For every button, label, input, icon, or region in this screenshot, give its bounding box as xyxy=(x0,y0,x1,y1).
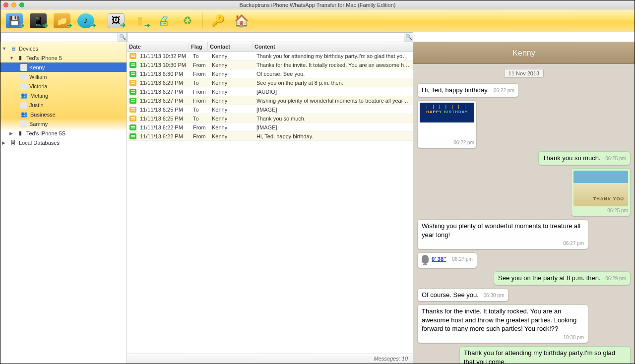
message-direction-icon xyxy=(129,98,136,104)
cell-flag: To xyxy=(191,107,210,113)
cell-flag: To xyxy=(191,53,210,59)
header-contact[interactable]: Contact xyxy=(208,42,253,51)
chat-bubble-incoming-audio[interactable]: 0' 38" 06:27 pm xyxy=(417,252,477,269)
audio-duration-link[interactable]: 0' 38" xyxy=(432,255,446,263)
search-row: 🔍 🔍 xyxy=(0,32,635,42)
cell-date: 11/11/13 6:29 PM xyxy=(138,80,191,86)
list-row[interactable]: 11/11/13 6:25 PMToKenny[IMAGE] xyxy=(127,105,413,114)
cell-contact: Kenny xyxy=(210,124,254,130)
message-direction-icon xyxy=(129,89,136,95)
date-badge: 11 Nov 2013 xyxy=(504,69,544,78)
list-search-input[interactable] xyxy=(127,33,404,42)
titlebar: Backuptrans iPhone WhatsApp Transfer for… xyxy=(0,0,635,9)
tree-node-justin[interactable]: Justin xyxy=(0,100,127,110)
cell-flag: From xyxy=(191,89,210,95)
chat-bubble-outgoing-image[interactable]: 06:25 pm xyxy=(571,168,631,217)
list-row[interactable]: 11/11/13 6:25 PMToKennyThank you so much… xyxy=(127,114,413,123)
chat-bubble-incoming[interactable]: Hi, Ted, happy birthday. 06:22 pm xyxy=(417,83,519,97)
chat-bubble-incoming[interactable]: Wishing you plenty of wonderful moments … xyxy=(417,219,588,249)
bubble-timestamp: 06:25 pm xyxy=(605,156,626,161)
chat-bubble-outgoing[interactable]: See you on the party at 8 p.m. then. 06:… xyxy=(494,271,631,285)
devices-icon: 🖥 xyxy=(9,45,17,52)
tree-node-businesse[interactable]: 👥Businesse xyxy=(0,110,127,119)
tree-node-metting[interactable]: 👥Metting xyxy=(0,91,127,100)
header-date[interactable]: Date xyxy=(127,42,189,51)
bubble-text: Of course. See you. xyxy=(422,291,479,299)
key-icon: 🔑 xyxy=(209,13,226,28)
list-row[interactable]: 11/11/13 10:32 PMToKennyThank you for at… xyxy=(127,52,413,61)
backup-icon: 💾➔ xyxy=(6,13,23,28)
list-header: Date Flag Contact Content xyxy=(127,42,413,52)
chat-bubble-incoming[interactable]: Thanks for the invite. It totally rocked… xyxy=(417,304,588,343)
recycle-button[interactable]: ♻ xyxy=(176,11,199,31)
register-button[interactable]: 🔑 xyxy=(206,11,230,31)
bubble-timestamp: 06:22 pm xyxy=(494,88,514,93)
phone-export-button[interactable]: 📱➔ xyxy=(26,11,50,31)
bubble-text: See you on the party at 8 p.m. then. xyxy=(498,274,601,282)
cell-content: [AUDIO] xyxy=(254,89,413,95)
disclosure-icon: ▶ xyxy=(2,140,7,145)
list-row[interactable]: 11/11/13 6:22 PMFromKenny[IMAGE] xyxy=(127,123,413,132)
cell-date: 11/11/13 6:30 PM xyxy=(138,71,191,77)
toolbar: 💾➔ 📱➔ 📁➔ ♪➔ 🖼➔ ▮➔ 🖨 ♻ 🔑 🏠 xyxy=(0,9,635,32)
backup-button[interactable]: 💾➔ xyxy=(2,11,26,31)
export-button[interactable]: ▮➔ xyxy=(128,11,152,31)
phone-icon: ▮ xyxy=(16,130,24,137)
chat-bubble-outgoing[interactable]: Thank you for attending my birthday part… xyxy=(459,346,631,364)
contact-label: Sammy xyxy=(29,121,48,127)
tree-node-local-databases[interactable]: ▶ 🗄 Local Databases xyxy=(0,138,127,147)
list-body: 11/11/13 10:32 PMToKennyThank you for at… xyxy=(127,52,413,354)
tree-node-teds-iphone5[interactable]: ▼ ▮ Ted's iPhone 5 xyxy=(0,53,127,62)
list-row[interactable]: 11/11/13 6:27 PMFromKennyWishing you ple… xyxy=(127,96,413,105)
contact-icon xyxy=(20,102,27,109)
list-row[interactable]: 11/11/13 6:22 PMFromKennyHi, Ted, happy … xyxy=(127,132,413,141)
tree-node-victoria[interactable]: Victoria xyxy=(0,81,127,91)
cell-date: 11/11/13 10:30 PM xyxy=(138,62,191,68)
chat-bubble-outgoing[interactable]: Thank you so much. 06:25 pm xyxy=(538,151,631,165)
chat-bubble-incoming[interactable]: Of course. See you. 06:30 pm xyxy=(417,288,508,302)
music-export-button[interactable]: ♪➔ xyxy=(74,11,98,31)
cell-content: Thanks for the invite. It totally rocked… xyxy=(254,62,413,68)
list-search-button[interactable]: 🔍 xyxy=(404,33,413,42)
cell-flag: From xyxy=(191,133,210,139)
cell-contact: Kenny xyxy=(210,53,254,59)
folder-export-button[interactable]: 📁➔ xyxy=(50,11,74,31)
list-row[interactable]: 11/11/13 6:29 PMToKennySee you on the pa… xyxy=(127,78,413,87)
header-flag[interactable]: Flag xyxy=(189,42,208,51)
tree-node-sammy[interactable]: Sammy xyxy=(0,119,127,128)
cell-flag: From xyxy=(191,62,210,68)
list-row[interactable]: 11/11/13 10:30 PMFromKennyThanks for the… xyxy=(127,61,413,69)
cell-contact: Kenny xyxy=(210,133,254,139)
sidebar-search-input[interactable] xyxy=(1,33,118,42)
print-button[interactable]: 🖨 xyxy=(152,11,176,31)
tree-node-teds-iphone5s[interactable]: ▶ ▮ Ted's iPhone 5S xyxy=(0,128,127,138)
microphone-icon xyxy=(422,255,429,264)
photo-export-button[interactable]: 🖼➔ xyxy=(104,11,128,31)
cell-contact: Kenny xyxy=(210,71,254,77)
sidebar: ▼ 🖥 Devices ▼ ▮ Ted's iPhone 5 Kenny Wil… xyxy=(0,42,127,364)
export-icon: ▮➔ xyxy=(131,13,148,28)
photo-export-icon: 🖼➔ xyxy=(108,13,125,28)
list-row[interactable]: 11/11/13 6:27 PMFromKenny[AUDIO] xyxy=(127,87,413,96)
music-export-icon: ♪➔ xyxy=(77,13,94,28)
header-content[interactable]: Content xyxy=(253,42,413,51)
phone-icon: ▮ xyxy=(16,55,24,61)
cell-content: Thank you so much. xyxy=(254,116,413,121)
recycle-icon: ♻ xyxy=(179,13,196,28)
preview-body[interactable]: 11 Nov 2013 Hi, Ted, happy birthday. 06:… xyxy=(413,64,635,364)
home-button[interactable]: 🏠 xyxy=(230,11,254,31)
contact-label: Businesse xyxy=(30,112,56,118)
tree-node-william[interactable]: William xyxy=(0,72,127,81)
chat-bubble-incoming-image[interactable]: 06:22 pm xyxy=(417,100,477,149)
cell-content: Thank you for attending my birthday part… xyxy=(254,53,413,59)
sidebar-search-button[interactable]: 🔍 xyxy=(118,33,127,42)
tree-node-devices[interactable]: ▼ 🖥 Devices xyxy=(0,44,127,53)
cell-content: Of course. See you. xyxy=(254,71,413,77)
cell-content: Wishing you plenty of wonderful moments … xyxy=(254,98,413,104)
list-row[interactable]: 11/11/13 6:30 PMFromKennyOf course. See … xyxy=(127,69,413,78)
preview-header: Kenny xyxy=(413,42,635,64)
contact-icon xyxy=(20,64,27,71)
disclosure-icon: ▶ xyxy=(9,131,14,136)
tree-node-kenny[interactable]: Kenny xyxy=(0,62,127,72)
bubble-text: Thank you for attending my birthday part… xyxy=(464,349,615,364)
